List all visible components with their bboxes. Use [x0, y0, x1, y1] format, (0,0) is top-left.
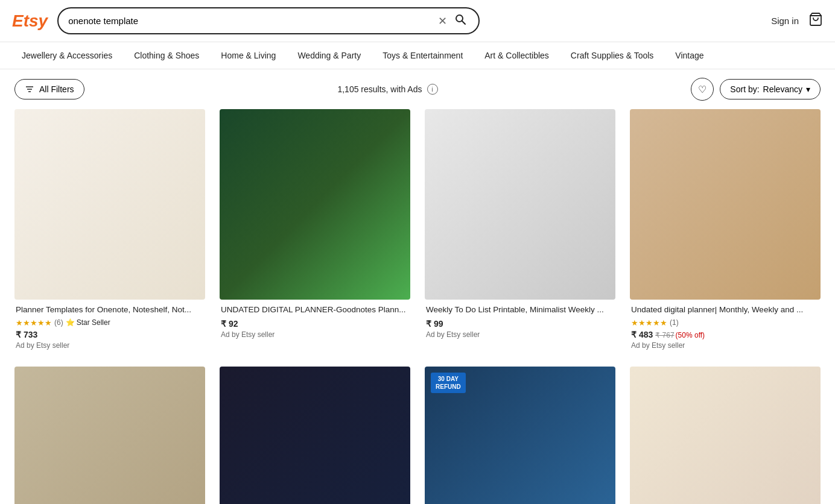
- product-card[interactable]: OneNote Blackout Digital Planner, Dark M…: [220, 367, 410, 504]
- heart-icon: ♡: [698, 84, 706, 95]
- product-price-row: ₹ 733: [16, 329, 204, 340]
- product-grid: Planner Templates for Onenote, Noteshelf…: [0, 109, 835, 504]
- filters-label: All Filters: [39, 84, 74, 94]
- product-price: ₹ 92: [221, 319, 238, 329]
- product-image: [425, 109, 615, 300]
- results-info: 1,105 results, with Ads i: [337, 84, 437, 95]
- product-price: ₹ 483: [631, 330, 653, 339]
- toolbar-right: ♡ Sort by: Relevancy ▾: [691, 78, 821, 101]
- sort-button[interactable]: Sort by: Relevancy ▾: [720, 79, 821, 99]
- filters-button[interactable]: All Filters: [14, 79, 84, 99]
- product-image: [220, 109, 410, 300]
- ad-label: Ad by Etsy seller: [631, 341, 819, 350]
- product-card[interactable]: UNDATED DIGITAL PLANNER-Goodnotes Plann.…: [220, 109, 410, 352]
- product-image: [220, 367, 410, 504]
- star-seller-badge: ⭐ Star Seller: [66, 318, 110, 327]
- product-info: Planner Templates for Onenote, Noteshelf…: [14, 300, 205, 352]
- product-image: [14, 109, 205, 300]
- product-image: [14, 367, 205, 504]
- logo[interactable]: Etsy: [12, 11, 48, 31]
- clear-icon[interactable]: ✕: [433, 14, 452, 28]
- product-card[interactable]: Planner Templates for Onenote, Noteshelf…: [14, 109, 205, 352]
- product-info: UNDATED DIGITAL PLANNER-Goodnotes Plann.…: [220, 300, 410, 341]
- search-input[interactable]: [68, 16, 433, 26]
- ad-label: Ad by Etsy seller: [426, 330, 614, 339]
- product-card[interactable]: Undated digital planner| Monthly, Weekly…: [630, 109, 821, 352]
- product-price: ₹ 733: [16, 330, 37, 339]
- sort-by-label: Sort by:: [730, 84, 759, 94]
- sign-in-link[interactable]: Sign in: [771, 16, 799, 26]
- nav-item-vintage[interactable]: Vintage: [665, 42, 713, 69]
- product-image: [630, 367, 821, 504]
- cart-icon[interactable]: [808, 12, 823, 30]
- wishlist-button[interactable]: ♡: [691, 78, 714, 101]
- star-rating: ★★★★★: [631, 318, 667, 327]
- product-stars-row: ★★★★★(6)⭐ Star Seller: [16, 318, 204, 327]
- product-price-row: ₹ 99: [426, 318, 614, 329]
- product-card[interactable]: Digital Planner GoodNotes 2021, 2022, Mi…: [14, 367, 205, 504]
- product-info: Weekly To Do List Printable, Minimalist …: [425, 300, 615, 341]
- main-nav: Jewellery & Accessories Clothing & Shoes…: [0, 42, 835, 69]
- svg-line-1: [462, 21, 466, 25]
- star-seller-icon: ⭐: [66, 318, 75, 327]
- nav-item-jewellery[interactable]: Jewellery & Accessories: [12, 42, 122, 69]
- nav-item-wedding[interactable]: Wedding & Party: [288, 42, 370, 69]
- results-text: 1,105 results, with Ads: [337, 84, 422, 94]
- ad-label: Ad by Etsy seller: [221, 330, 409, 339]
- review-count: (1): [670, 318, 679, 327]
- filter-icon: [25, 84, 34, 94]
- review-count: (6): [54, 318, 63, 327]
- product-price: ₹ 99: [426, 319, 443, 329]
- product-title: UNDATED DIGITAL PLANNER-Goodnotes Plann.…: [221, 304, 409, 316]
- product-title: Undated digital planner| Monthly, Weekly…: [631, 304, 819, 316]
- nav-item-home[interactable]: Home & Living: [211, 42, 285, 69]
- nav-item-art[interactable]: Art & Collectibles: [475, 42, 559, 69]
- product-card[interactable]: 2022 OneNote Digital Planner, HYPERLINKE…: [630, 367, 821, 504]
- star-rating: ★★★★★: [16, 318, 52, 327]
- product-price-row: ₹ 483₹ 767(50% off): [631, 329, 819, 340]
- header: Etsy ✕ Sign in: [0, 0, 835, 42]
- product-card[interactable]: Weekly To Do List Printable, Minimalist …: [425, 109, 615, 352]
- discount-label: (50% off): [676, 331, 705, 339]
- sort-value: Relevancy: [763, 84, 802, 94]
- product-info: Undated digital planner| Monthly, Weekly…: [630, 300, 821, 352]
- nav-item-craft[interactable]: Craft Supplies & Tools: [561, 42, 663, 69]
- refund-badge: 30 DAYREFUND: [431, 373, 466, 393]
- toolbar: All Filters 1,105 results, with Ads i ♡ …: [0, 69, 835, 109]
- product-title: Planner Templates for Onenote, Noteshelf…: [16, 304, 204, 316]
- search-icon[interactable]: [452, 13, 469, 28]
- product-title: Weekly To Do List Printable, Minimalist …: [426, 304, 614, 316]
- ad-label: Ad by Etsy seller: [16, 341, 204, 350]
- header-actions: Sign in: [771, 12, 823, 30]
- product-card[interactable]: 30 DAYREFUNDOneNote Digital Planner Bund…: [425, 367, 615, 504]
- product-stars-row: ★★★★★(1): [631, 318, 819, 327]
- product-image: [630, 109, 821, 300]
- nav-item-toys[interactable]: Toys & Entertainment: [373, 42, 472, 69]
- product-price-row: ₹ 92: [221, 318, 409, 329]
- info-icon[interactable]: i: [427, 84, 438, 95]
- product-image: 30 DAYREFUND: [425, 367, 615, 504]
- chevron-down-icon: ▾: [806, 84, 810, 94]
- search-bar: ✕: [57, 7, 480, 34]
- nav-item-clothing[interactable]: Clothing & Shoes: [124, 42, 209, 69]
- original-price: ₹ 767: [655, 331, 674, 339]
